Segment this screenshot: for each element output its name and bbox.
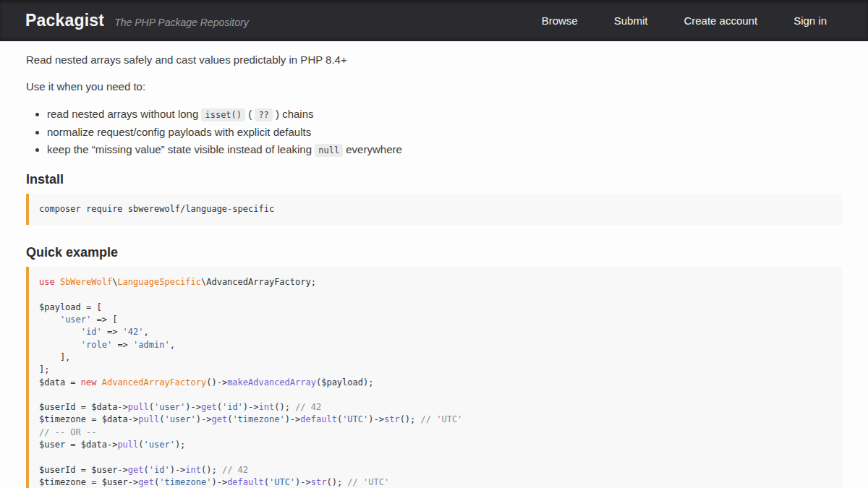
list-item: read nested arrays without long isset() … xyxy=(47,106,842,124)
inline-code: ?? xyxy=(255,108,272,121)
install-heading: Install xyxy=(26,172,842,187)
header-nav: Browse Submit Create account Sign in xyxy=(542,14,827,27)
list-item: keep the “missing value” state visible i… xyxy=(47,141,842,159)
example-code: use SbWereWolf\LanguageSpecific\Advanced… xyxy=(39,277,462,487)
site-tagline: The PHP Package Repository xyxy=(114,17,248,28)
nav-create-account[interactable]: Create account xyxy=(684,14,757,27)
intro-paragraph: Read nested arrays safely and cast value… xyxy=(26,52,842,67)
list-item: normalize request/config payloads with e… xyxy=(47,124,842,140)
nav-sign-in[interactable]: Sign in xyxy=(793,14,827,27)
site-logo[interactable]: Packagist xyxy=(25,11,104,30)
nav-submit[interactable]: Submit xyxy=(614,14,648,27)
site-header: Packagist The PHP Package Repository Bro… xyxy=(0,0,868,41)
install-code-block: composer require sbwerewolf/language-spe… xyxy=(26,194,842,225)
quick-example-heading: Quick example xyxy=(26,245,842,260)
inline-code: null xyxy=(315,144,343,157)
logo-group: Packagist The PHP Package Repository xyxy=(25,11,249,30)
install-command: composer require sbwerewolf/language-spe… xyxy=(39,204,274,214)
inline-code: isset() xyxy=(201,108,245,121)
example-code-block: use SbWereWolf\LanguageSpecific\Advanced… xyxy=(26,267,842,488)
readme-content: Read nested arrays safely and cast value… xyxy=(0,41,868,488)
nav-browse[interactable]: Browse xyxy=(542,14,578,27)
use-when-paragraph: Use it when you need to: xyxy=(26,79,842,94)
use-cases-list: read nested arrays without long isset() … xyxy=(26,106,842,159)
